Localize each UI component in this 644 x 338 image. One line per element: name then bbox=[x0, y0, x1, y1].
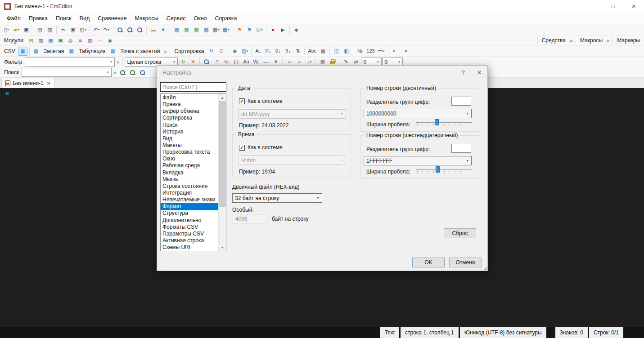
tab-separated-icon[interactable]: ▦ bbox=[67, 47, 76, 56]
unsort-icon[interactable]: ∅ bbox=[216, 47, 226, 56]
save-icon[interactable]: ▣ bbox=[22, 25, 31, 34]
validate-abc-icon[interactable]: Abc bbox=[306, 47, 318, 56]
category-item[interactable]: Файл bbox=[161, 94, 218, 101]
category-item[interactable]: Активная строка bbox=[161, 237, 218, 244]
category-item[interactable]: Формат bbox=[161, 203, 218, 210]
menu-item-window[interactable]: Окно bbox=[189, 13, 211, 24]
category-item[interactable]: Окно bbox=[161, 156, 218, 162]
menu-item-compare[interactable]: Сравнение bbox=[94, 13, 131, 24]
dropdown-arrow-icon[interactable]: ▾ bbox=[374, 60, 381, 64]
sort-num-descending-icon[interactable]: 9↓ bbox=[283, 47, 293, 56]
category-item[interactable]: Макеты bbox=[161, 142, 218, 149]
ruler-icon[interactable]: ▭▾ bbox=[377, 47, 386, 56]
explorer-icon[interactable]: ▤ bbox=[26, 36, 36, 45]
tab-close-icon[interactable]: ✕ bbox=[47, 81, 50, 86]
category-item[interactable]: Рабочая среда bbox=[161, 162, 218, 169]
menu-item-macros[interactable]: Макросы bbox=[131, 13, 162, 24]
dropdown-arrow-icon[interactable]: ▾ bbox=[108, 60, 114, 64]
find-icon[interactable] bbox=[115, 25, 125, 34]
date-as-system-checkbox[interactable]: ✓ Как в системе bbox=[239, 98, 283, 104]
scroll-down-icon[interactable]: ▼ bbox=[219, 244, 226, 251]
collapse-columns-icon[interactable]: ⇤ bbox=[390, 47, 400, 56]
line-numbers-icon[interactable]: № bbox=[355, 47, 365, 56]
maximize-button[interactable]: □ bbox=[603, 0, 623, 13]
merge-columns-icon[interactable]: ◫ bbox=[332, 47, 341, 56]
dropdown-arrow-icon[interactable]: ▾ bbox=[171, 60, 177, 64]
projects-icon[interactable]: ▣ bbox=[56, 36, 65, 45]
find-next-icon[interactable] bbox=[128, 68, 137, 77]
record-macro-icon[interactable]: ● bbox=[268, 25, 278, 34]
dialog-title-bar[interactable]: Настройка ? ✕ bbox=[157, 66, 487, 79]
wrap-mode-icon[interactable]: ▦ bbox=[192, 25, 201, 34]
category-item[interactable]: Структура bbox=[161, 210, 218, 217]
scrollbar-track[interactable] bbox=[219, 101, 226, 244]
column-settings-icon[interactable]: ◆ bbox=[230, 47, 239, 56]
refresh-sort-icon[interactable]: ↻ bbox=[207, 47, 216, 56]
minimize-button[interactable]: — bbox=[582, 0, 603, 13]
resize-grip-icon[interactable]: ◢ bbox=[483, 266, 487, 271]
category-item[interactable]: Мышь bbox=[161, 176, 218, 183]
slider-thumb[interactable] bbox=[436, 166, 440, 173]
sort-az-ascending-icon[interactable]: А↓ bbox=[253, 47, 263, 56]
dialog-help-button[interactable]: ? bbox=[455, 66, 471, 79]
category-item[interactable]: Прорисовка текста bbox=[161, 149, 218, 156]
word-complete-icon[interactable]: ⋯ bbox=[95, 36, 105, 45]
print-preview-icon[interactable]: ▥ bbox=[45, 25, 54, 34]
bookmark-icon[interactable]: ⚑ bbox=[235, 25, 244, 34]
category-item[interactable]: Вкладка bbox=[161, 169, 218, 176]
copy-icon[interactable]: ▣ bbox=[68, 25, 78, 34]
workspace-icon[interactable]: ▩▾ bbox=[221, 25, 231, 34]
tsv-mode-icon[interactable]: ▦ bbox=[182, 25, 191, 34]
dropdown-arrow-icon[interactable]: ▾ bbox=[104, 71, 111, 74]
scroll-up-icon[interactable]: ▲ bbox=[219, 94, 226, 101]
dec-digit-separator-input[interactable] bbox=[451, 97, 471, 106]
sort-num-ascending-icon[interactable]: 0↓ bbox=[273, 47, 283, 56]
category-item[interactable]: Форматы CSV bbox=[161, 224, 218, 231]
overflow-chevron-icon[interactable]: » bbox=[113, 70, 116, 75]
menu-item-search[interactable]: Поиск bbox=[52, 13, 76, 24]
collapse-panel-icon[interactable]: « bbox=[5, 89, 9, 97]
category-item[interactable]: Сортировка bbox=[161, 115, 218, 121]
custom-bytes-input[interactable] bbox=[233, 214, 267, 223]
menu-item-tools[interactable]: Сервис bbox=[162, 13, 190, 24]
ok-button[interactable]: OK bbox=[412, 258, 445, 267]
hex-digit-separator-input[interactable] bbox=[451, 144, 471, 153]
category-item[interactable]: Поиск bbox=[161, 122, 218, 129]
expand-columns-icon[interactable]: ⇥ bbox=[400, 47, 410, 56]
category-item[interactable]: Схемы URI bbox=[161, 244, 218, 251]
digit-grouping-icon[interactable]: 123 bbox=[365, 47, 376, 56]
filter-icon[interactable]: ▼ bbox=[158, 25, 168, 34]
html-bar-icon[interactable]: ▦ bbox=[46, 36, 55, 45]
replace-icon[interactable] bbox=[135, 25, 144, 34]
settings-search-input[interactable] bbox=[160, 82, 226, 92]
paste-icon[interactable]: ▤▾ bbox=[78, 25, 88, 34]
category-item[interactable]: Дополнительно bbox=[161, 217, 218, 224]
menu-item-file[interactable]: Файл bbox=[3, 13, 25, 24]
comments-icon[interactable]: ◎ bbox=[66, 36, 75, 45]
overflow-chevron-icon[interactable]: » bbox=[570, 38, 572, 43]
csv-mode-icon[interactable]: ▦ bbox=[172, 25, 181, 34]
customize-tools-icon[interactable]: ◆ bbox=[292, 25, 301, 34]
find-all-icon[interactable] bbox=[138, 68, 147, 77]
hex-view-combobox[interactable]: 32 байт на строку ▾ bbox=[232, 193, 322, 203]
dec-space-width-slider[interactable] bbox=[416, 118, 472, 127]
run-macro-icon[interactable]: ▶ bbox=[278, 25, 288, 34]
category-item[interactable]: Строка состояния bbox=[161, 183, 218, 190]
dec-line-number-combobox[interactable]: 1000000000 ▾ bbox=[364, 109, 472, 118]
undo-icon[interactable]: ↶▾ bbox=[92, 25, 101, 34]
overflow-chevron-icon[interactable]: » bbox=[164, 49, 167, 54]
highlight-icon[interactable]: ▬ bbox=[149, 25, 158, 34]
filter-input-combobox[interactable]: ▾ bbox=[25, 58, 115, 67]
options-checkbox-icon[interactable]: ☑▾ bbox=[255, 25, 264, 34]
open-documents-icon[interactable]: ▥ bbox=[36, 36, 45, 45]
find-previous-icon[interactable] bbox=[118, 68, 127, 77]
overflow-chevron-icon[interactable]: » bbox=[117, 59, 119, 65]
cancel-button[interactable]: Отмена bbox=[449, 258, 482, 267]
tab-untitled[interactable]: Без имени-1 ✕ bbox=[1, 78, 54, 88]
delete-columns-icon[interactable]: ▥▾ bbox=[240, 47, 249, 56]
search-input-combobox[interactable]: ▾ bbox=[22, 68, 112, 77]
sort-multi-icon[interactable]: ⇅ bbox=[293, 47, 302, 56]
dialog-close-button[interactable]: ✕ bbox=[471, 66, 487, 79]
menu-item-help[interactable]: Справка bbox=[211, 13, 241, 24]
split-columns-icon[interactable]: ◧ bbox=[342, 47, 351, 56]
